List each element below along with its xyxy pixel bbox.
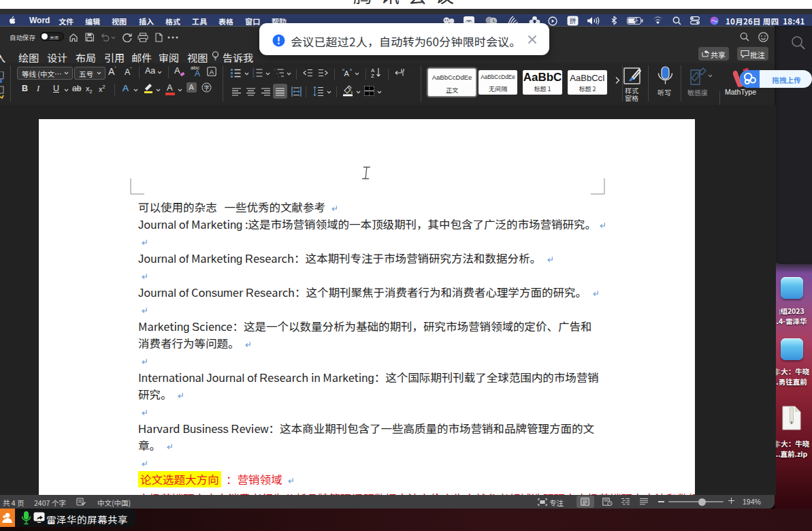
svg-text:拼: 拼 [570, 16, 576, 25]
svg-text:字: 字 [204, 83, 210, 91]
svg-text:A: A [210, 68, 214, 76]
